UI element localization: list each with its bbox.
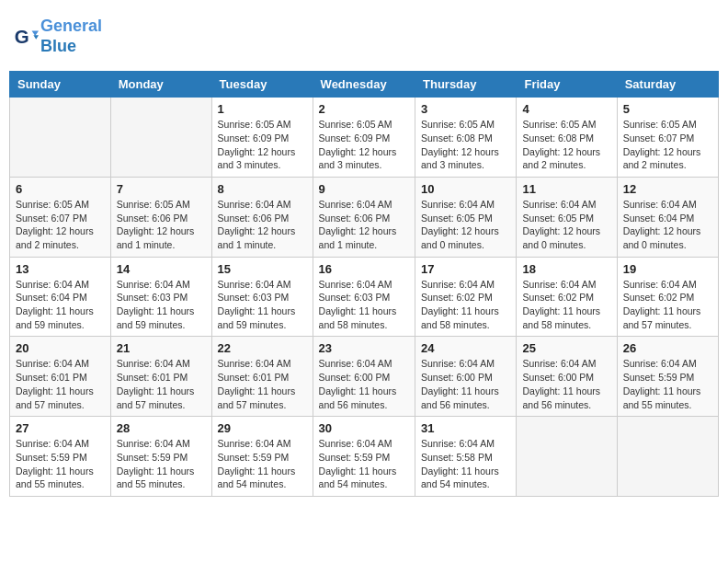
- calendar-cell: [110, 98, 211, 178]
- day-info: Sunrise: 6:05 AM Sunset: 6:07 PM Dayligh…: [623, 118, 712, 172]
- weekday-header-sunday: Sunday: [10, 72, 111, 98]
- day-number: 28: [117, 421, 206, 435]
- day-number: 8: [218, 182, 307, 196]
- weekday-header-monday: Monday: [110, 72, 211, 98]
- calendar-cell: 6Sunrise: 6:05 AM Sunset: 6:07 PM Daylig…: [10, 177, 111, 257]
- calendar-cell: 24Sunrise: 6:04 AM Sunset: 6:00 PM Dayli…: [415, 337, 517, 417]
- calendar-cell: 5Sunrise: 6:05 AM Sunset: 6:07 PM Daylig…: [617, 98, 718, 178]
- day-number: 5: [623, 102, 712, 116]
- calendar-cell: 17Sunrise: 6:04 AM Sunset: 6:02 PM Dayli…: [415, 257, 517, 337]
- day-number: 21: [117, 341, 206, 355]
- day-number: 15: [218, 262, 307, 276]
- calendar-cell: 28Sunrise: 6:04 AM Sunset: 5:59 PM Dayli…: [110, 417, 211, 497]
- calendar-week-row: 1Sunrise: 6:05 AM Sunset: 6:09 PM Daylig…: [10, 98, 719, 178]
- day-info: Sunrise: 6:05 AM Sunset: 6:09 PM Dayligh…: [319, 118, 409, 172]
- day-info: Sunrise: 6:04 AM Sunset: 6:02 PM Dayligh…: [623, 278, 712, 332]
- day-info: Sunrise: 6:04 AM Sunset: 5:59 PM Dayligh…: [117, 437, 206, 491]
- day-info: Sunrise: 6:04 AM Sunset: 6:04 PM Dayligh…: [623, 198, 712, 252]
- day-number: 20: [16, 341, 105, 355]
- day-number: 23: [319, 341, 409, 355]
- day-info: Sunrise: 6:04 AM Sunset: 5:58 PM Dayligh…: [421, 437, 510, 491]
- calendar-cell: 25Sunrise: 6:04 AM Sunset: 6:00 PM Dayli…: [517, 337, 617, 417]
- day-info: Sunrise: 6:04 AM Sunset: 6:00 PM Dayligh…: [319, 357, 409, 411]
- calendar-week-row: 20Sunrise: 6:04 AM Sunset: 6:01 PM Dayli…: [10, 337, 719, 417]
- day-number: 10: [421, 182, 510, 196]
- day-number: 7: [117, 182, 206, 196]
- calendar-cell: 18Sunrise: 6:04 AM Sunset: 6:02 PM Dayli…: [517, 257, 617, 337]
- day-number: 27: [16, 421, 105, 435]
- day-info: Sunrise: 6:04 AM Sunset: 6:01 PM Dayligh…: [117, 357, 206, 411]
- page-header: G General Blue: [9, 9, 719, 63]
- calendar-cell: 14Sunrise: 6:04 AM Sunset: 6:03 PM Dayli…: [110, 257, 211, 337]
- day-info: Sunrise: 6:04 AM Sunset: 6:01 PM Dayligh…: [218, 357, 307, 411]
- svg-text:G: G: [15, 25, 29, 46]
- calendar-cell: 4Sunrise: 6:05 AM Sunset: 6:08 PM Daylig…: [517, 98, 617, 178]
- calendar-cell: 19Sunrise: 6:04 AM Sunset: 6:02 PM Dayli…: [617, 257, 718, 337]
- calendar-cell: 30Sunrise: 6:04 AM Sunset: 5:59 PM Dayli…: [313, 417, 415, 497]
- calendar-cell: [517, 417, 617, 497]
- day-info: Sunrise: 6:04 AM Sunset: 6:06 PM Dayligh…: [218, 198, 307, 252]
- day-info: Sunrise: 6:04 AM Sunset: 6:00 PM Dayligh…: [421, 357, 510, 411]
- day-info: Sunrise: 6:04 AM Sunset: 6:02 PM Dayligh…: [421, 278, 510, 332]
- calendar-week-row: 13Sunrise: 6:04 AM Sunset: 6:04 PM Dayli…: [10, 257, 719, 337]
- day-info: Sunrise: 6:04 AM Sunset: 5:59 PM Dayligh…: [218, 437, 307, 491]
- calendar-cell: 23Sunrise: 6:04 AM Sunset: 6:00 PM Dayli…: [313, 337, 415, 417]
- day-number: 19: [623, 262, 712, 276]
- svg-marker-2: [33, 35, 39, 40]
- day-number: 24: [421, 341, 510, 355]
- weekday-header-row: SundayMondayTuesdayWednesdayThursdayFrid…: [10, 72, 719, 98]
- calendar-cell: 31Sunrise: 6:04 AM Sunset: 5:58 PM Dayli…: [415, 417, 517, 497]
- calendar-cell: 2Sunrise: 6:05 AM Sunset: 6:09 PM Daylig…: [313, 98, 415, 178]
- calendar-cell: 22Sunrise: 6:04 AM Sunset: 6:01 PM Dayli…: [211, 337, 313, 417]
- day-info: Sunrise: 6:04 AM Sunset: 6:01 PM Dayligh…: [16, 357, 105, 411]
- calendar-cell: 21Sunrise: 6:04 AM Sunset: 6:01 PM Dayli…: [110, 337, 211, 417]
- day-number: 29: [218, 421, 307, 435]
- day-info: Sunrise: 6:04 AM Sunset: 6:04 PM Dayligh…: [16, 278, 105, 332]
- day-number: 12: [623, 182, 712, 196]
- calendar-cell: 10Sunrise: 6:04 AM Sunset: 6:05 PM Dayli…: [415, 177, 517, 257]
- weekday-header-friday: Friday: [517, 72, 617, 98]
- calendar-cell: [617, 417, 718, 497]
- day-info: Sunrise: 6:04 AM Sunset: 5:59 PM Dayligh…: [16, 437, 105, 491]
- day-info: Sunrise: 6:05 AM Sunset: 6:08 PM Dayligh…: [421, 118, 510, 172]
- calendar-cell: 7Sunrise: 6:05 AM Sunset: 6:06 PM Daylig…: [110, 177, 211, 257]
- day-info: Sunrise: 6:04 AM Sunset: 6:05 PM Dayligh…: [421, 198, 510, 252]
- day-number: 31: [421, 421, 510, 435]
- calendar-cell: 8Sunrise: 6:04 AM Sunset: 6:06 PM Daylig…: [211, 177, 313, 257]
- day-info: Sunrise: 6:05 AM Sunset: 6:06 PM Dayligh…: [117, 198, 206, 252]
- calendar-cell: 1Sunrise: 6:05 AM Sunset: 6:09 PM Daylig…: [211, 98, 313, 178]
- logo: G General Blue: [13, 17, 102, 56]
- calendar-cell: 15Sunrise: 6:04 AM Sunset: 6:03 PM Dayli…: [211, 257, 313, 337]
- day-number: 13: [16, 262, 105, 276]
- calendar-cell: 11Sunrise: 6:04 AM Sunset: 6:05 PM Dayli…: [517, 177, 617, 257]
- logo-icon: G: [13, 24, 39, 50]
- day-number: 2: [319, 102, 409, 116]
- weekday-header-tuesday: Tuesday: [211, 72, 313, 98]
- day-number: 26: [623, 341, 712, 355]
- day-info: Sunrise: 6:04 AM Sunset: 6:03 PM Dayligh…: [117, 278, 206, 332]
- calendar-cell: 26Sunrise: 6:04 AM Sunset: 5:59 PM Dayli…: [617, 337, 718, 417]
- day-number: 9: [319, 182, 409, 196]
- calendar-week-row: 27Sunrise: 6:04 AM Sunset: 5:59 PM Dayli…: [10, 417, 719, 497]
- day-info: Sunrise: 6:04 AM Sunset: 6:06 PM Dayligh…: [319, 198, 409, 252]
- day-info: Sunrise: 6:05 AM Sunset: 6:07 PM Dayligh…: [16, 198, 105, 252]
- day-number: 18: [522, 262, 610, 276]
- weekday-header-wednesday: Wednesday: [313, 72, 415, 98]
- day-number: 25: [522, 341, 610, 355]
- calendar-cell: 9Sunrise: 6:04 AM Sunset: 6:06 PM Daylig…: [313, 177, 415, 257]
- calendar-cell: 13Sunrise: 6:04 AM Sunset: 6:04 PM Dayli…: [10, 257, 111, 337]
- day-info: Sunrise: 6:05 AM Sunset: 6:09 PM Dayligh…: [218, 118, 307, 172]
- weekday-header-thursday: Thursday: [415, 72, 517, 98]
- calendar-cell: 20Sunrise: 6:04 AM Sunset: 6:01 PM Dayli…: [10, 337, 111, 417]
- calendar-cell: 12Sunrise: 6:04 AM Sunset: 6:04 PM Dayli…: [617, 177, 718, 257]
- day-info: Sunrise: 6:04 AM Sunset: 6:02 PM Dayligh…: [522, 278, 610, 332]
- logo-text: General Blue: [40, 17, 102, 56]
- day-number: 11: [522, 182, 610, 196]
- day-info: Sunrise: 6:04 AM Sunset: 6:05 PM Dayligh…: [522, 198, 610, 252]
- calendar-cell: 3Sunrise: 6:05 AM Sunset: 6:08 PM Daylig…: [415, 98, 517, 178]
- weekday-header-saturday: Saturday: [617, 72, 718, 98]
- day-number: 4: [522, 102, 610, 116]
- calendar-cell: [10, 98, 111, 178]
- day-number: 6: [16, 182, 105, 196]
- day-info: Sunrise: 6:04 AM Sunset: 6:00 PM Dayligh…: [522, 357, 610, 411]
